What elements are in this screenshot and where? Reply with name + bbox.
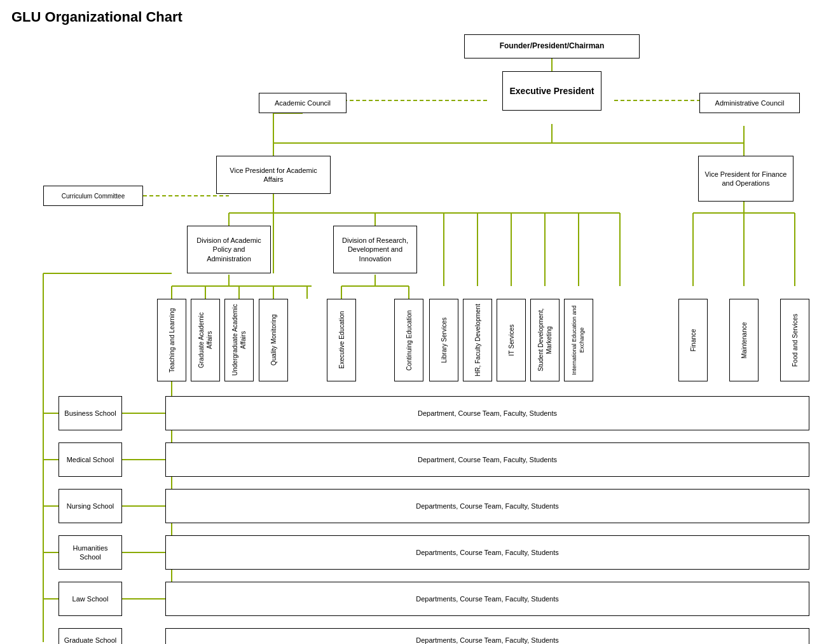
div-research-box: Division of Research, Development and In… (333, 226, 417, 273)
finance-box: Finance (678, 299, 708, 381)
it-services-box: IT Services (497, 299, 526, 381)
graduate-dept-box: Departments, Course Team, Faculty, Stude… (165, 628, 809, 644)
quality-monitoring-box: Quality Monitoring (259, 299, 288, 381)
humanities-school-box: Humanities School (58, 535, 122, 570)
exec-education-box: Executive Education (327, 299, 356, 381)
graduate-school-box: Graduate School (58, 628, 122, 644)
business-school-box: Business School (58, 396, 122, 430)
library-services-box: Library Services (429, 299, 458, 381)
business-dept-box: Department, Course Team, Faculty, Studen… (165, 396, 809, 430)
medical-school-box: Medical School (58, 442, 122, 477)
maintenance-box: Maintenance (729, 299, 759, 381)
vp-finance-box: Vice President for Finance and Operation… (698, 156, 793, 202)
curriculum-committee-box: Curriculum Committee (43, 186, 143, 206)
exec-president-box: Executive President (502, 71, 601, 111)
nursing-school-box: Nursing School (58, 489, 122, 523)
grad-academic-box: Graduate Academic Affairs (191, 299, 220, 381)
undergrad-academic-box: Undergraduate Academic Affairs (224, 299, 254, 381)
student-dev-box: Student Development, Marketing (530, 299, 560, 381)
hr-faculty-box: HR, Faculty Development (463, 299, 492, 381)
teaching-learning-box: Teaching and Learning (157, 299, 186, 381)
law-school-box: Law School (58, 582, 122, 616)
div-academic-policy-box: Division of Academic Policy and Administ… (187, 226, 271, 273)
academic-council-box: Academic Council (259, 93, 347, 113)
vp-academic-box: Vice President for Academic Affairs (216, 156, 331, 194)
humanities-dept-box: Departments, Course Team, Faculty, Stude… (165, 535, 809, 570)
law-dept-box: Departments, Course Team, Faculty, Stude… (165, 582, 809, 616)
food-services-box: Food and Services (780, 299, 809, 381)
continuing-education-box: Continuing Education (394, 299, 423, 381)
admin-council-box: Administrative Council (699, 93, 800, 113)
nursing-dept-box: Departments, Course Team, Faculty, Stude… (165, 489, 809, 523)
founder-box: Founder/President/Chairman (464, 34, 640, 58)
page-title: GLU Organizational Chart (0, 0, 838, 25)
medical-dept-box: Department, Course Team, Faculty, Studen… (165, 442, 809, 477)
intl-education-box: International Education and Exchange (564, 299, 593, 381)
